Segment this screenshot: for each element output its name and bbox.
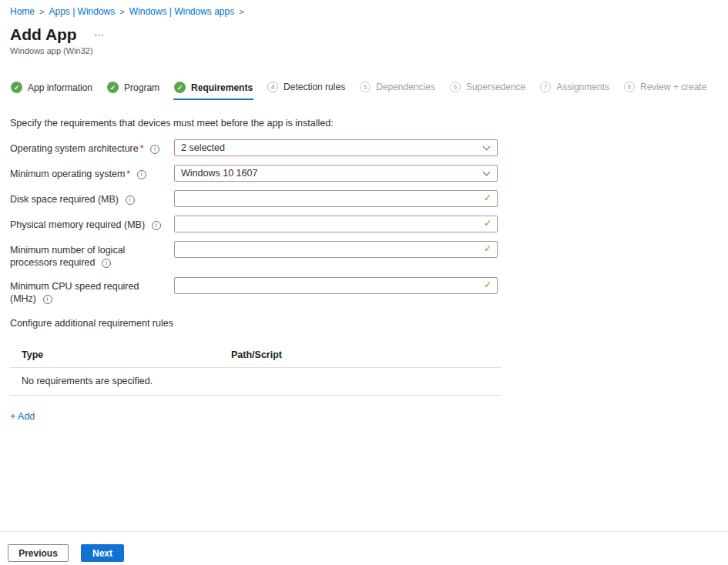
- next-button[interactable]: Next: [81, 544, 124, 562]
- wizard-footer: Previous Next: [0, 531, 728, 565]
- valid-check-icon: ✓: [484, 243, 491, 254]
- page-header: Add App ⋯: [10, 25, 718, 44]
- requirements-description: Specify the requirements that devices mu…: [10, 118, 718, 129]
- info-icon[interactable]: i: [43, 295, 52, 304]
- breadcrumb-separator: >: [39, 7, 44, 16]
- required-marker: *: [140, 143, 144, 154]
- field-row-minimum-os: Minimum operating system* i Windows 10 1…: [10, 165, 718, 182]
- step-number-icon: 5: [360, 82, 371, 92]
- step-number-icon: 7: [540, 82, 551, 92]
- info-icon[interactable]: i: [102, 259, 111, 268]
- step-assignments: 7 Assignments: [539, 79, 610, 98]
- physical-memory-input[interactable]: [174, 216, 498, 232]
- step-completed-check-icon: ✓: [174, 82, 186, 93]
- step-dependencies: 5 Dependencies: [359, 79, 436, 98]
- add-app-wizard-page: Home>Apps | Windows>Windows | Windows ap…: [0, 0, 728, 565]
- add-requirement-link[interactable]: + Add: [10, 411, 35, 422]
- minimum-os-dropdown[interactable]: Windows 10 1607: [174, 165, 498, 182]
- step-number-icon: 4: [267, 82, 278, 92]
- column-header-path-script: Path/Script: [231, 349, 502, 360]
- field-row-physical-memory: Physical memory required (MB) i ✓: [10, 216, 718, 232]
- os-architecture-dropdown[interactable]: 2 selected: [174, 139, 498, 156]
- field-label: Minimum number of logical processors req…: [10, 241, 174, 269]
- valid-check-icon: ✓: [484, 192, 491, 203]
- requirement-rules-table: Type Path/Script No requirements are spe…: [10, 346, 502, 396]
- disk-space-input[interactable]: [174, 190, 498, 207]
- required-marker: *: [126, 169, 130, 179]
- step-completed-check-icon: ✓: [11, 82, 22, 93]
- field-label: Physical memory required (MB) i: [10, 216, 174, 231]
- valid-check-icon: ✓: [484, 279, 491, 290]
- step-requirements[interactable]: ✓ Requirements: [173, 79, 253, 100]
- breadcrumb-link-apps-windows[interactable]: Apps | Windows: [49, 6, 115, 17]
- more-options-icon[interactable]: ⋯: [94, 31, 106, 38]
- page-subtitle: Windows app (Win32): [10, 46, 718, 55]
- step-completed-check-icon: ✓: [107, 82, 119, 93]
- valid-check-icon: ✓: [484, 218, 491, 229]
- step-program[interactable]: ✓ Program: [106, 79, 160, 99]
- cpu-speed-input[interactable]: [174, 277, 498, 294]
- breadcrumb-link-windows-apps[interactable]: Windows | Windows apps: [129, 6, 235, 17]
- info-icon[interactable]: i: [137, 170, 146, 179]
- step-review-create: 8 Review + create: [623, 79, 707, 98]
- wizard-steps: ✓ App information ✓ Program ✓ Requiremen…: [10, 79, 718, 100]
- breadcrumb-separator: >: [119, 7, 124, 16]
- field-row-disk-space: Disk space required (MB) i ✓: [10, 190, 718, 207]
- info-icon[interactable]: i: [152, 221, 161, 230]
- field-label: Disk space required (MB) i: [10, 190, 174, 206]
- field-row-cpu-speed: Minimum CPU speed required (MHz) i ✓: [10, 277, 718, 305]
- table-empty-message: No requirements are specified.: [10, 368, 502, 396]
- field-label: Minimum CPU speed required (MHz) i: [10, 277, 174, 305]
- page-title: Add App: [10, 25, 77, 44]
- info-icon[interactable]: i: [150, 145, 159, 154]
- step-app-information[interactable]: ✓ App information: [10, 79, 93, 99]
- field-row-logical-processors: Minimum number of logical processors req…: [10, 241, 718, 269]
- logical-processors-input[interactable]: [174, 241, 498, 258]
- field-row-os-architecture: Operating system architecture* i 2 selec…: [10, 139, 718, 156]
- step-supersedence: 6 Supersedence: [449, 79, 526, 98]
- breadcrumb: Home>Apps | Windows>Windows | Windows ap…: [10, 6, 718, 18]
- step-number-icon: 8: [624, 82, 635, 92]
- info-icon[interactable]: i: [126, 196, 135, 205]
- previous-button[interactable]: Previous: [8, 544, 69, 562]
- column-header-type: Type: [22, 349, 231, 360]
- step-detection-rules[interactable]: 4 Detection rules: [267, 79, 346, 98]
- breadcrumb-separator: >: [239, 7, 243, 16]
- additional-rules-label: Configure additional requirement rules: [10, 318, 718, 329]
- requirements-form: Operating system architecture* i 2 selec…: [10, 139, 718, 305]
- breadcrumb-link-home[interactable]: Home: [10, 6, 35, 17]
- field-label: Minimum operating system* i: [10, 165, 174, 180]
- step-number-icon: 6: [450, 82, 461, 92]
- field-label: Operating system architecture* i: [10, 139, 174, 155]
- table-header-row: Type Path/Script: [10, 346, 502, 368]
